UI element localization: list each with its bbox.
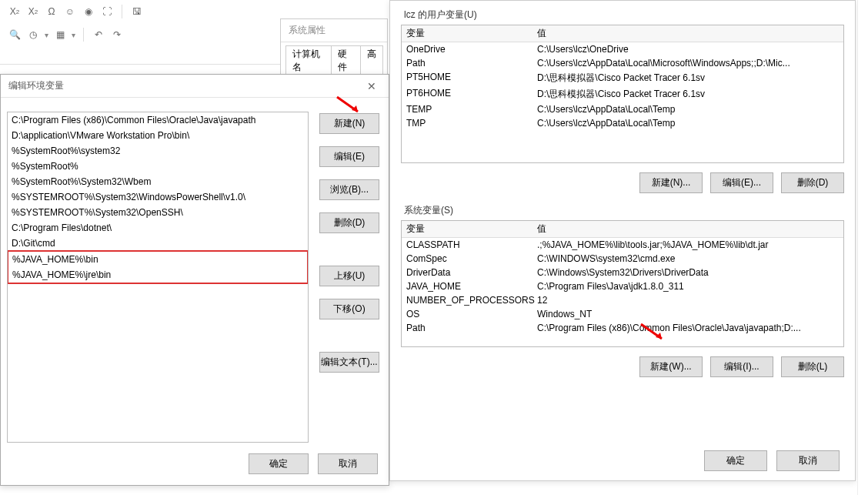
var-name: NUMBER_OF_PROCESSORS — [406, 295, 537, 306]
user-delete-button[interactable]: 删除(D) — [781, 172, 844, 193]
edit-text-button[interactable]: 编辑文本(T)... — [319, 352, 379, 373]
col-header-var[interactable]: 变量 — [406, 27, 537, 40]
var-name: Path — [406, 58, 537, 69]
var-name: PT6HOME — [406, 88, 537, 101]
table-row[interactable]: PathC:\Program Files (x86)\Common Files\… — [402, 321, 843, 335]
table-row[interactable]: NUMBER_OF_PROCESSORS12 — [402, 293, 843, 307]
path-item[interactable]: C:\Program Files\dotnet\ — [8, 220, 308, 236]
var-name: CLASSPATH — [406, 239, 537, 250]
var-name: OneDrive — [406, 44, 537, 55]
table-row[interactable]: PathC:\Users\lcz\AppData\Local\Microsoft… — [402, 56, 843, 70]
tab-hardware[interactable]: 硬件 — [331, 45, 361, 75]
env-vars-dialog: lcz 的用户变量(U) 变量 值 OneDriveC:\Users\lcz\O… — [389, 0, 856, 481]
grid-icon[interactable]: ▦ — [53, 28, 67, 42]
highlighted-paths: %JAVA_HOME%\bin%JAVA_HOME%\jre\bin — [7, 250, 309, 284]
path-item[interactable]: D:\application\VMware Workstation Pro\bi… — [8, 128, 308, 143]
var-value: 12 — [537, 295, 839, 306]
table-row[interactable]: OSWindows_NT — [402, 307, 843, 321]
col-header-var[interactable]: 变量 — [406, 222, 537, 236]
delete-button[interactable]: 删除(D) — [319, 212, 379, 233]
path-item[interactable]: %SystemRoot% — [8, 159, 308, 174]
var-name: Path — [406, 323, 537, 333]
var-value: C:\Users\lcz\AppData\Local\Microsoft\Win… — [537, 58, 839, 69]
path-item[interactable]: %SYSTEMROOT%\System32\WindowsPowerShell\… — [8, 189, 308, 205]
sys-delete-button[interactable]: 删除(L) — [781, 356, 844, 377]
user-new-button[interactable]: 新建(N)... — [639, 172, 703, 193]
var-name: TEMP — [406, 104, 537, 115]
var-value: C:\Windows\System32\Drivers\DriverData — [537, 267, 839, 278]
table-row[interactable]: TMPC:\Users\lcz\AppData\Local\Temp — [402, 116, 843, 130]
redo-icon[interactable]: ↷ — [110, 28, 124, 42]
edit-env-var-dialog: 编辑环境变量 ✕ C:\Program Files (x86)\Common F… — [0, 74, 389, 486]
path-item[interactable]: %SystemRoot%\System32\Wbem — [8, 174, 308, 189]
edit-button[interactable]: 编辑(E) — [319, 146, 379, 167]
var-value: C:\Users\lcz\OneDrive — [537, 44, 839, 55]
ok-button[interactable]: 确定 — [249, 453, 309, 474]
new-button[interactable]: 新建(N) — [319, 113, 379, 134]
table-row[interactable]: CLASSPATH.;%JAVA_HOME%\lib\tools.jar;%JA… — [402, 238, 843, 252]
sysprops-title: 系统属性 — [281, 19, 387, 42]
tab-computer-name[interactable]: 计算机名 — [285, 45, 332, 75]
var-name: TMP — [406, 118, 537, 129]
path-item[interactable]: %SystemRoot%\system32 — [8, 143, 308, 159]
system-properties-window: 系统属性 计算机名 硬件 高 — [280, 18, 388, 76]
move-down-button[interactable]: 下移(O) — [319, 299, 379, 319]
expand-icon[interactable]: ⛶ — [100, 5, 114, 18]
var-name: DriverData — [406, 267, 537, 278]
path-item[interactable]: D:\Git\cmd — [8, 236, 308, 251]
user-vars-label: lcz 的用户变量(U) — [404, 8, 844, 22]
subscript-icon[interactable]: X2 — [8, 5, 22, 18]
col-header-val[interactable]: 值 — [537, 27, 839, 40]
table-row[interactable]: DriverDataC:\Windows\System32\Drivers\Dr… — [402, 266, 843, 279]
var-value: .;%JAVA_HOME%\lib\tools.jar;%JAVA_HOME%\… — [537, 239, 839, 250]
var-value: C:\Users\lcz\AppData\Local\Temp — [537, 104, 839, 115]
table-row[interactable]: TEMPC:\Users\lcz\AppData\Local\Temp — [402, 102, 843, 116]
var-value: D:\思科模拟器\Cisco Packet Tracer 6.1sv — [537, 88, 839, 101]
clock-icon[interactable]: ◷ — [26, 28, 40, 42]
magnify-icon[interactable]: 🔍 — [8, 28, 22, 42]
table-row[interactable]: OneDriveC:\Users\lcz\OneDrive — [402, 42, 843, 56]
eye-icon[interactable]: ◉ — [82, 5, 95, 18]
var-value: C:\Program Files (x86)\Common Files\Orac… — [537, 323, 839, 333]
table-row[interactable]: PT5HOMED:\思科模拟器\Cisco Packet Tracer 6.1s… — [402, 70, 843, 86]
move-up-button[interactable]: 上移(U) — [319, 266, 379, 286]
user-vars-table[interactable]: 变量 值 OneDriveC:\Users\lcz\OneDrivePathC:… — [401, 25, 844, 163]
path-item[interactable]: %JAVA_HOME%\jre\bin — [8, 267, 307, 283]
env-cancel-button[interactable]: 取消 — [776, 450, 840, 471]
path-list[interactable]: C:\Program Files (x86)\Common Files\Orac… — [7, 112, 309, 443]
undo-icon[interactable]: ↶ — [92, 28, 105, 42]
edit-dialog-title: 编辑环境变量 — [8, 79, 64, 92]
browse-button[interactable]: 浏览(B)... — [319, 179, 379, 200]
table-row[interactable]: ComSpecC:\WINDOWS\system32\cmd.exe — [402, 252, 843, 266]
close-icon[interactable]: ✕ — [362, 80, 381, 92]
col-header-val[interactable]: 值 — [537, 222, 839, 236]
var-value: D:\思科模拟器\Cisco Packet Tracer 6.1sv — [537, 72, 839, 85]
var-name: JAVA_HOME — [406, 281, 537, 292]
sys-vars-label: 系统变量(S) — [404, 204, 844, 217]
right-strip — [857, 0, 868, 495]
var-value: Windows_NT — [537, 309, 839, 319]
var-name: OS — [406, 309, 537, 319]
sys-edit-button[interactable]: 编辑(I)... — [710, 356, 773, 377]
env-ok-button[interactable]: 确定 — [704, 450, 767, 471]
user-edit-button[interactable]: 编辑(E)... — [710, 172, 773, 193]
table-row[interactable]: PT6HOMED:\思科模拟器\Cisco Packet Tracer 6.1s… — [402, 86, 843, 102]
var-name: ComSpec — [406, 253, 537, 264]
var-value: C:\Users\lcz\AppData\Local\Temp — [537, 118, 839, 129]
smiley-icon[interactable]: ☺ — [63, 5, 77, 18]
superscript-icon[interactable]: X2 — [26, 5, 40, 18]
path-item[interactable]: %SYSTEMROOT%\System32\OpenSSH\ — [8, 205, 308, 220]
table-row[interactable]: JAVA_HOMEC:\Program Files\Java\jdk1.8.0_… — [402, 279, 843, 293]
path-item[interactable]: %JAVA_HOME%\bin — [8, 252, 307, 267]
path-item[interactable]: C:\Program Files (x86)\Common Files\Orac… — [8, 112, 308, 128]
cancel-button[interactable]: 取消 — [318, 453, 378, 474]
omega-icon[interactable]: Ω — [45, 5, 58, 18]
sys-new-button[interactable]: 新建(W)... — [639, 356, 703, 377]
var-value: C:\WINDOWS\system32\cmd.exe — [537, 253, 839, 264]
save-icon[interactable]: 🖫 — [130, 5, 144, 18]
tab-advanced[interactable]: 高 — [360, 45, 383, 75]
sys-vars-table[interactable]: 变量 值 CLASSPATH.;%JAVA_HOME%\lib\tools.ja… — [401, 220, 844, 347]
var-value: C:\Program Files\Java\jdk1.8.0_311 — [537, 281, 839, 292]
var-name: PT5HOME — [406, 72, 537, 85]
